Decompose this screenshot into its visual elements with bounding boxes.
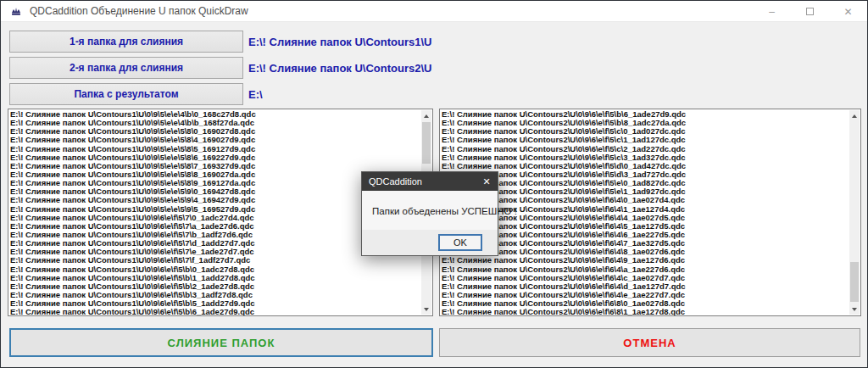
app-window: QDCaddition Объединение U папок QuickDra…	[0, 0, 868, 368]
scroll-up-icon[interactable]	[421, 110, 431, 121]
first-folder-button[interactable]: 1-я папка для слияния	[9, 31, 243, 53]
maximize-button[interactable]	[791, 1, 829, 22]
scroll-down-icon[interactable]	[849, 304, 860, 315]
right-scrollbar-thumb[interactable]	[850, 262, 859, 302]
maximize-icon	[806, 8, 814, 15]
left-scrollbar-thumb[interactable]	[422, 122, 431, 164]
close-button[interactable]: ✕	[829, 1, 867, 22]
list-item[interactable]: E:\! Слияние папок U\Contours2\U\0\9\6\e…	[442, 308, 849, 315]
second-folder-button[interactable]: 2-я папка для слияния	[9, 57, 243, 79]
app-icon	[10, 5, 22, 17]
scroll-up-icon[interactable]	[849, 110, 860, 121]
dialog-body: Папки объеденены УСПЕШНО !	[362, 191, 498, 231]
dialog-title: QDCaddition	[369, 176, 422, 187]
message-dialog: QDCaddition ✕ Папки объеденены УСПЕШНО !…	[361, 171, 498, 256]
minimize-button[interactable]: –	[753, 1, 791, 22]
result-folder-button[interactable]: Папка с результатом	[9, 83, 243, 105]
ok-button[interactable]: OK	[438, 234, 482, 251]
merge-folders-button[interactable]: СЛИЯНИЕ ПАПОК	[9, 328, 433, 357]
right-scrollbar[interactable]	[849, 110, 860, 315]
dialog-titlebar[interactable]: QDCaddition ✕	[362, 172, 498, 191]
list-item[interactable]: E:\! Слияние папок U\Contours1\U\0\9\6\e…	[10, 308, 420, 315]
second-folder-path: E:\! Слияние папок U\Contours2\U	[248, 57, 431, 79]
cancel-button[interactable]: ОТМЕНА	[439, 328, 860, 357]
window-title: QDCaddition Объединение U папок QuickDra…	[30, 5, 248, 17]
dialog-message: Папки объеденены УСПЕШНО !	[372, 206, 517, 216]
left-list-rows: E:\! Слияние папок U\Contours1\U\0\9\5\e…	[10, 110, 420, 315]
list-item[interactable]: E:\! Слияние папок U\Contours1\U\0\9\6\e…	[10, 256, 420, 265]
scroll-down-icon[interactable]	[421, 304, 431, 315]
first-folder-path: E:\! Слияние папок U\Contours1\U	[248, 31, 431, 53]
dialog-close-icon[interactable]: ✕	[476, 172, 498, 191]
window-controls: – ✕	[753, 1, 867, 22]
titlebar: QDCaddition Объединение U папок QuickDra…	[1, 1, 867, 22]
list-item[interactable]: E:\! Слияние папок U\Contours2\U\0\9\6\e…	[442, 256, 849, 265]
result-folder-path: E:\	[248, 83, 263, 105]
